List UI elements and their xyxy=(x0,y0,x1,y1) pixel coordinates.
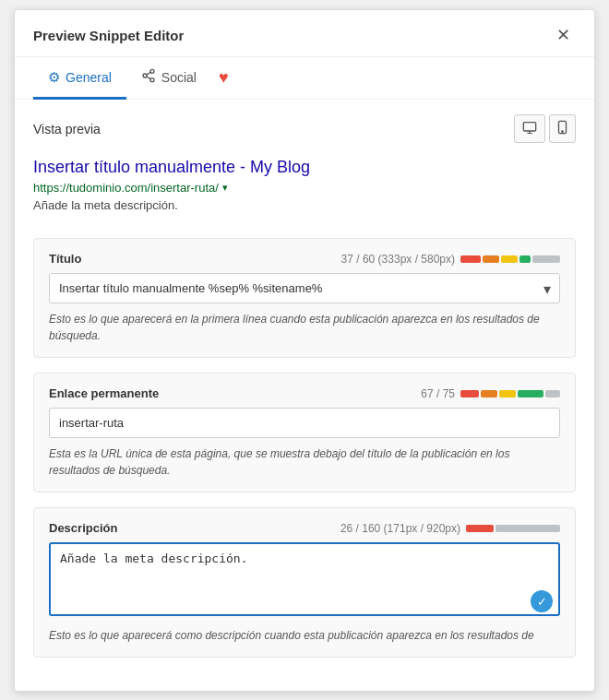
title-field-header: Título 37 / 60 (333px / 580px) xyxy=(49,252,560,266)
description-field-section: Descripción 26 / 160 (171px / 920px) ✓ E… xyxy=(33,507,576,658)
title-bar-1 xyxy=(460,255,481,263)
preview-label: Vista previa xyxy=(33,122,101,136)
svg-point-2 xyxy=(150,78,154,82)
preview-url-text: https://tudominio.com/insertar-ruta/ xyxy=(33,181,219,195)
tab-bar: ⚙ General Social ♥ xyxy=(15,57,594,100)
permalink-bar-5 xyxy=(545,390,560,397)
view-toggle xyxy=(514,114,576,143)
title-counter-text: 37 / 60 (333px / 580px) xyxy=(341,253,455,266)
description-counter-text: 26 / 160 (171px / 920px) xyxy=(340,522,460,535)
permalink-counter: 67 / 75 xyxy=(421,387,560,400)
permalink-field-section: Enlace permanente 67 / 75 Esta es la URL… xyxy=(33,373,576,492)
tab-social-label: Social xyxy=(161,70,197,85)
title-bar-4 xyxy=(519,255,531,263)
tab-general-label: General xyxy=(66,70,112,85)
title-bar-5 xyxy=(532,255,560,263)
tab-general[interactable]: ⚙ General xyxy=(33,58,126,100)
description-field-header: Descripción 26 / 160 (171px / 920px) xyxy=(49,521,560,535)
social-icon xyxy=(141,68,156,86)
title-label: Título xyxy=(49,252,81,266)
mobile-view-button[interactable] xyxy=(549,114,576,143)
title-bar-3 xyxy=(501,255,518,263)
permalink-bar-3 xyxy=(499,390,516,397)
permalink-progress-bar xyxy=(460,390,560,397)
desktop-icon xyxy=(522,122,537,136)
permalink-label: Enlace permanente xyxy=(49,386,159,400)
permalink-hint: Esta es la URL única de esta página, que… xyxy=(49,445,560,479)
description-counter: 26 / 160 (171px / 920px) xyxy=(340,522,560,535)
preview-url[interactable]: https://tudominio.com/insertar-ruta/ ▾ xyxy=(33,181,576,195)
permalink-input[interactable] xyxy=(49,408,560,438)
modal: Preview Snippet Editor ✕ ⚙ General Socia… xyxy=(14,9,595,692)
desktop-view-button[interactable] xyxy=(514,114,545,143)
permalink-bar-1 xyxy=(460,390,479,397)
permalink-bar-2 xyxy=(481,390,497,397)
title-field-section: Título 37 / 60 (333px / 580px) ▾ Esto es xyxy=(33,238,576,358)
preview-title[interactable]: Insertar título manualmente - My Blog xyxy=(33,158,576,177)
svg-line-4 xyxy=(147,72,151,75)
close-button[interactable]: ✕ xyxy=(551,25,576,45)
svg-rect-5 xyxy=(523,123,535,131)
preview-box: Insertar título manualmente - My Blog ht… xyxy=(33,154,576,219)
svg-point-1 xyxy=(143,74,147,77)
svg-point-0 xyxy=(150,69,154,73)
main-content: Vista previa xyxy=(15,100,594,687)
permalink-counter-text: 67 / 75 xyxy=(421,387,455,400)
preview-description: Añade la meta descripción. xyxy=(33,198,576,212)
title-input-wrapper: ▾ xyxy=(49,273,560,303)
tab-social[interactable]: Social xyxy=(126,57,211,100)
title-hint: Esto es lo que aparecerá en la primera l… xyxy=(49,311,560,344)
favorite-heart-icon[interactable]: ♥ xyxy=(211,57,236,99)
title-input[interactable] xyxy=(49,273,560,303)
gear-icon: ⚙ xyxy=(48,69,60,86)
title-bar-2 xyxy=(483,255,499,263)
description-hint: Esto es lo que aparecerá como descripció… xyxy=(49,627,560,644)
svg-point-9 xyxy=(562,131,563,132)
svg-line-3 xyxy=(147,77,151,79)
description-bar-2 xyxy=(496,525,560,532)
preview-header: Vista previa xyxy=(33,114,576,143)
description-progress-bar xyxy=(466,525,560,532)
permalink-bar-4 xyxy=(518,390,543,397)
mobile-icon xyxy=(557,123,567,137)
description-textarea-wrapper: ✓ xyxy=(49,542,560,620)
description-textarea[interactable] xyxy=(49,542,560,616)
description-check-icon: ✓ xyxy=(531,590,553,612)
description-bar-1 xyxy=(466,525,494,532)
modal-title: Preview Snippet Editor xyxy=(33,28,184,43)
permalink-field-header: Enlace permanente 67 / 75 xyxy=(49,386,560,400)
description-label: Descripción xyxy=(49,521,117,535)
url-dropdown-arrow: ▾ xyxy=(222,182,228,194)
title-counter: 37 / 60 (333px / 580px) xyxy=(341,253,560,266)
title-progress-bar xyxy=(460,255,560,263)
permalink-input-wrapper xyxy=(49,408,560,438)
modal-header: Preview Snippet Editor ✕ xyxy=(15,10,594,57)
